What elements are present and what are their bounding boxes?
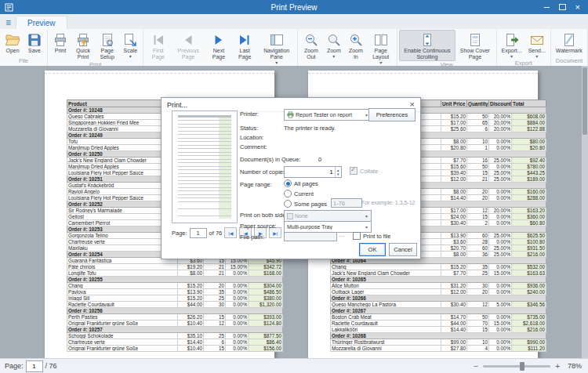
copies-input[interactable] bbox=[285, 167, 335, 177]
file-path-input[interactable] bbox=[284, 232, 337, 241]
quantity-cell: 20 bbox=[467, 289, 489, 295]
product-row: Chang$15.20200.00%$304.00 bbox=[67, 283, 283, 289]
quantity-cell: 12 bbox=[467, 302, 489, 308]
ribbon-button-export[interactable]: Export...▾ bbox=[499, 30, 525, 60]
cancel-button[interactable]: Cancel bbox=[389, 243, 417, 256]
ribbon-group-print: PrintQuick PrintPage SetupScale▾Print bbox=[48, 29, 143, 66]
print-to-file-checkbox[interactable]: Print to file bbox=[353, 232, 390, 240]
vertical-scrollbar[interactable] bbox=[582, 66, 588, 359]
ribbon-button-previous-page[interactable]: Previous Page bbox=[171, 30, 205, 61]
order-band-label: Order #: 10255 bbox=[67, 277, 283, 283]
product-cell: Perth Pasties bbox=[67, 314, 178, 320]
ribbon-button-label: Export... bbox=[502, 48, 522, 54]
ribbon-button-quick-print[interactable]: Quick Print bbox=[71, 30, 95, 61]
ribbon-button-scale[interactable]: Scale▾ bbox=[119, 30, 141, 60]
ribbon-button-show-cover-page[interactable]: Show Cover Page bbox=[456, 30, 494, 61]
discount-cell: 20.00% bbox=[489, 208, 512, 214]
spinner-arrows-icon[interactable]: ▲▼ bbox=[335, 167, 341, 177]
maximize-icon[interactable] bbox=[559, 4, 566, 10]
ribbon-group-export: Export...▾Send...▾Export bbox=[497, 29, 551, 66]
comment-label: Comment: bbox=[240, 143, 267, 150]
some-pages-input[interactable] bbox=[331, 198, 362, 208]
discount-cell: 0.00% bbox=[489, 189, 512, 195]
scale-icon bbox=[122, 32, 138, 48]
zoom-slider-thumb[interactable] bbox=[520, 362, 524, 371]
discount-cell: 0.00% bbox=[226, 320, 249, 327]
minimize-icon[interactable] bbox=[544, 7, 550, 8]
total-cell: $608.00 bbox=[512, 114, 546, 120]
discount-cell: 0.00% bbox=[489, 327, 512, 333]
status-page-total: / 76 bbox=[45, 362, 57, 370]
first-page-icon[interactable]: |◀ bbox=[224, 227, 237, 238]
order-band-label: Order #: 10265 bbox=[331, 277, 546, 283]
scrollbar-thumb[interactable] bbox=[583, 67, 587, 135]
tab-preview[interactable]: Preview bbox=[16, 16, 67, 29]
total-cell: $393.00 bbox=[249, 314, 283, 320]
ribbon-button-label: Save bbox=[28, 48, 41, 54]
send-icon bbox=[529, 32, 545, 48]
ribbon-menu-icon[interactable]: ≡ bbox=[5, 18, 11, 27]
total-cell: $1,320.00 bbox=[249, 302, 283, 308]
ribbon-button-watermark[interactable]: Watermark bbox=[553, 30, 586, 55]
discount-cell: 0.00% bbox=[226, 314, 249, 320]
discount-cell: 0.00% bbox=[489, 264, 512, 270]
dropdown-caret-icon: ▾ bbox=[379, 60, 382, 65]
ribbon-button-zoom[interactable]: Zoom▾ bbox=[323, 30, 345, 60]
order-band-label: Order #: 10256 bbox=[67, 308, 283, 314]
ribbon-group-file: OpenSaveFile bbox=[0, 29, 48, 66]
ribbon-button-label: Last Page bbox=[235, 48, 255, 60]
ribbon-button-page-setup[interactable]: Page Setup bbox=[95, 30, 119, 61]
printer-icon bbox=[53, 32, 68, 48]
ribbon-button-open[interactable]: Open bbox=[2, 30, 24, 55]
discount-cell: 0.00% bbox=[489, 346, 512, 352]
total-cell: $486.50 bbox=[249, 289, 283, 295]
ribbon-button-print[interactable]: Print bbox=[49, 30, 71, 55]
ribbon-button-continuous-scrolling[interactable]: Enable Continuous Scrolling bbox=[399, 30, 456, 61]
copies-spinner[interactable]: ▲▼ bbox=[284, 166, 342, 178]
total-cell: $163.20 bbox=[512, 208, 546, 214]
unit-price-cell: $17.00 bbox=[441, 208, 467, 214]
quantity-cell: 35 bbox=[204, 289, 226, 295]
product-cell: Raclette Courdavault bbox=[331, 320, 441, 327]
zoom-in-icon[interactable]: + bbox=[555, 362, 560, 371]
unit-price-cell: $25.60 bbox=[441, 126, 467, 132]
zoom-out-icon[interactable]: − bbox=[474, 362, 478, 371]
ribbon-button-last-page[interactable]: Last Page bbox=[232, 30, 258, 61]
ribbon-button-zoom-in[interactable]: Zoom In bbox=[345, 30, 367, 61]
current-page-radio[interactable]: Current bbox=[284, 190, 314, 197]
dropdown-caret-icon: ▾ bbox=[129, 54, 132, 59]
unit-price-cell: $39.40 bbox=[441, 170, 467, 176]
printer-select[interactable]: Report Tester on report ▼ bbox=[284, 109, 372, 121]
zoom-slider[interactable] bbox=[483, 365, 550, 368]
dialog-page-input[interactable] bbox=[190, 228, 207, 238]
preview-area: ProductUnit PriceQuantityDiscountTotalOr… bbox=[0, 66, 588, 359]
page-range-label: Page range: bbox=[240, 181, 272, 188]
collate-checkbox[interactable]: Collate bbox=[350, 167, 378, 175]
total-cell: $625.50 bbox=[512, 233, 546, 239]
status-page-input[interactable] bbox=[26, 360, 43, 372]
order-band-row: Order #: 10267 bbox=[331, 308, 546, 314]
ribbon-button-send[interactable]: Send...▾ bbox=[525, 30, 549, 60]
quantity-cell: 20 bbox=[467, 189, 489, 195]
print-dialog: Print... × Page: of 76 |◀ ◀ ▶ ▶| Printer… bbox=[161, 97, 421, 259]
both-sides-select[interactable]: None ▼ bbox=[284, 210, 372, 222]
column-header: Discount bbox=[489, 100, 512, 107]
ok-button[interactable]: OK bbox=[359, 243, 386, 256]
ribbon-button-save[interactable]: Save bbox=[24, 30, 45, 55]
paper-source-select[interactable]: Multi-purpose Tray ▼ bbox=[284, 221, 372, 233]
close-icon[interactable]: × bbox=[575, 3, 580, 11]
unit-price-cell: $15.20 bbox=[441, 264, 467, 270]
preferences-button[interactable]: Preferences bbox=[368, 108, 416, 121]
ribbon-button-next-page[interactable]: Next Page bbox=[205, 30, 232, 61]
ribbon-button-navigation-pane[interactable]: Navigation Pane▾ bbox=[258, 30, 296, 66]
product-row: Thüringer Rostbratwurst$99.00100.00%$990… bbox=[331, 339, 546, 346]
some-pages-radio[interactable]: Some pages bbox=[284, 200, 327, 208]
browse-ellipsis-icon[interactable]: … bbox=[339, 231, 346, 238]
all-pages-radio[interactable]: All pages bbox=[284, 179, 318, 187]
product-row: Original Frankfurter grüne Soße$10.40120… bbox=[67, 320, 283, 327]
ribbon-button-page-layout[interactable]: Page Layout▾ bbox=[367, 30, 395, 66]
product-cell: Chartreuse verte bbox=[67, 339, 178, 346]
ribbon-button-label: Zoom Out bbox=[303, 48, 320, 60]
ribbon-button-first-page[interactable]: First Page bbox=[145, 30, 171, 61]
ribbon-button-zoom-out[interactable]: Zoom Out bbox=[299, 30, 323, 61]
